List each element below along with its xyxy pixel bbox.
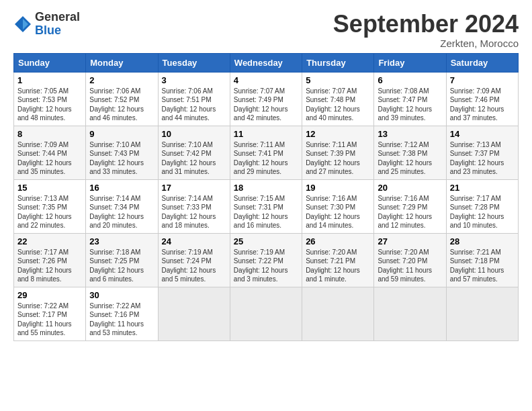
calendar-cell: 28Sunrise: 7:21 AM Sunset: 7:18 PM Dayli… [446, 233, 518, 287]
month-title: September 2024 [333, 11, 519, 38]
calendar-cell: 26Sunrise: 7:20 AM Sunset: 7:21 PM Dayli… [302, 233, 374, 287]
calendar-body: 1Sunrise: 7:05 AM Sunset: 7:53 PM Daylig… [14, 72, 519, 340]
cell-info: Sunrise: 7:07 AM Sunset: 7:49 PM Dayligh… [234, 87, 298, 123]
calendar-cell: 29Sunrise: 7:22 AM Sunset: 7:17 PM Dayli… [14, 287, 86, 340]
day-number: 13 [378, 129, 442, 139]
day-number: 23 [89, 236, 154, 246]
day-number: 20 [378, 183, 442, 193]
weekday-header: Wednesday [230, 53, 302, 72]
day-number: 24 [162, 236, 226, 246]
day-number: 27 [378, 236, 442, 246]
cell-info: Sunrise: 7:06 AM Sunset: 7:52 PM Dayligh… [89, 87, 154, 123]
cell-info: Sunrise: 7:20 AM Sunset: 7:20 PM Dayligh… [378, 248, 442, 284]
calendar-cell: 30Sunrise: 7:22 AM Sunset: 7:16 PM Dayli… [86, 287, 158, 340]
cell-info: Sunrise: 7:05 AM Sunset: 7:53 PM Dayligh… [17, 87, 82, 123]
day-number: 2 [89, 75, 154, 85]
calendar-cell: 5Sunrise: 7:07 AM Sunset: 7:48 PM Daylig… [302, 72, 374, 126]
cell-info: Sunrise: 7:11 AM Sunset: 7:41 PM Dayligh… [234, 140, 298, 177]
cell-info: Sunrise: 7:16 AM Sunset: 7:29 PM Dayligh… [378, 194, 442, 230]
title-area: September 2024 Zerkten, Morocco [333, 11, 519, 49]
calendar-cell: 16Sunrise: 7:14 AM Sunset: 7:34 PM Dayli… [86, 179, 158, 233]
calendar-cell [446, 287, 518, 340]
calendar-cell: 24Sunrise: 7:19 AM Sunset: 7:24 PM Dayli… [158, 233, 230, 287]
calendar-cell: 14Sunrise: 7:13 AM Sunset: 7:37 PM Dayli… [446, 126, 518, 179]
calendar-cell [374, 287, 446, 340]
cell-info: Sunrise: 7:19 AM Sunset: 7:22 PM Dayligh… [234, 248, 298, 284]
calendar-cell: 20Sunrise: 7:16 AM Sunset: 7:29 PM Dayli… [374, 179, 446, 233]
cell-info: Sunrise: 7:09 AM Sunset: 7:46 PM Dayligh… [450, 87, 515, 123]
cell-info: Sunrise: 7:13 AM Sunset: 7:37 PM Dayligh… [450, 140, 515, 177]
cell-info: Sunrise: 7:22 AM Sunset: 7:17 PM Dayligh… [17, 302, 82, 338]
weekday-header: Tuesday [158, 53, 230, 72]
calendar-cell: 22Sunrise: 7:17 AM Sunset: 7:26 PM Dayli… [14, 233, 86, 287]
calendar-cell: 10Sunrise: 7:10 AM Sunset: 7:42 PM Dayli… [158, 126, 230, 179]
logo-blue: Blue [35, 24, 80, 38]
day-number: 7 [450, 75, 515, 85]
day-number: 4 [234, 75, 298, 85]
day-number: 26 [306, 236, 370, 246]
calendar-week-row: 22Sunrise: 7:17 AM Sunset: 7:26 PM Dayli… [14, 233, 519, 287]
calendar-cell: 9Sunrise: 7:10 AM Sunset: 7:43 PM Daylig… [86, 126, 158, 179]
calendar-cell: 15Sunrise: 7:13 AM Sunset: 7:35 PM Dayli… [14, 179, 86, 233]
calendar-cell: 1Sunrise: 7:05 AM Sunset: 7:53 PM Daylig… [14, 72, 86, 126]
weekday-header: Thursday [302, 53, 374, 72]
cell-info: Sunrise: 7:10 AM Sunset: 7:42 PM Dayligh… [162, 140, 226, 177]
cell-info: Sunrise: 7:16 AM Sunset: 7:30 PM Dayligh… [306, 194, 370, 230]
calendar-week-row: 29Sunrise: 7:22 AM Sunset: 7:17 PM Dayli… [14, 287, 519, 340]
calendar-cell: 21Sunrise: 7:17 AM Sunset: 7:28 PM Dayli… [446, 179, 518, 233]
day-number: 22 [17, 236, 82, 246]
day-number: 15 [17, 183, 82, 193]
cell-info: Sunrise: 7:19 AM Sunset: 7:24 PM Dayligh… [162, 248, 226, 284]
calendar-cell: 17Sunrise: 7:14 AM Sunset: 7:33 PM Dayli… [158, 179, 230, 233]
cell-info: Sunrise: 7:15 AM Sunset: 7:31 PM Dayligh… [234, 194, 298, 230]
calendar-table: SundayMondayTuesdayWednesdayThursdayFrid… [13, 53, 519, 341]
calendar-cell: 27Sunrise: 7:20 AM Sunset: 7:20 PM Dayli… [374, 233, 446, 287]
calendar-cell: 18Sunrise: 7:15 AM Sunset: 7:31 PM Dayli… [230, 179, 302, 233]
calendar-cell: 3Sunrise: 7:06 AM Sunset: 7:51 PM Daylig… [158, 72, 230, 126]
calendar-cell: 13Sunrise: 7:12 AM Sunset: 7:38 PM Dayli… [374, 126, 446, 179]
cell-info: Sunrise: 7:17 AM Sunset: 7:26 PM Dayligh… [17, 248, 82, 284]
calendar-cell [158, 287, 230, 340]
cell-info: Sunrise: 7:06 AM Sunset: 7:51 PM Dayligh… [162, 87, 226, 123]
day-number: 11 [234, 129, 298, 139]
cell-info: Sunrise: 7:07 AM Sunset: 7:48 PM Dayligh… [306, 87, 370, 123]
calendar-cell: 2Sunrise: 7:06 AM Sunset: 7:52 PM Daylig… [86, 72, 158, 126]
calendar-cell: 11Sunrise: 7:11 AM Sunset: 7:41 PM Dayli… [230, 126, 302, 179]
weekday-header: Monday [86, 53, 158, 72]
calendar-week-row: 1Sunrise: 7:05 AM Sunset: 7:53 PM Daylig… [14, 72, 519, 126]
day-number: 9 [89, 129, 154, 139]
day-number: 18 [234, 183, 298, 193]
day-number: 3 [162, 75, 226, 85]
logo: General Blue [13, 11, 80, 38]
calendar-cell: 12Sunrise: 7:11 AM Sunset: 7:39 PM Dayli… [302, 126, 374, 179]
calendar-cell: 8Sunrise: 7:09 AM Sunset: 7:44 PM Daylig… [14, 126, 86, 179]
calendar-cell: 25Sunrise: 7:19 AM Sunset: 7:22 PM Dayli… [230, 233, 302, 287]
day-number: 1 [17, 75, 82, 85]
cell-info: Sunrise: 7:08 AM Sunset: 7:47 PM Dayligh… [378, 87, 442, 123]
calendar-week-row: 8Sunrise: 7:09 AM Sunset: 7:44 PM Daylig… [14, 126, 519, 179]
weekday-header: Sunday [14, 53, 86, 72]
day-number: 25 [234, 236, 298, 246]
calendar-cell: 19Sunrise: 7:16 AM Sunset: 7:30 PM Dayli… [302, 179, 374, 233]
day-number: 28 [450, 236, 515, 246]
calendar-cell: 6Sunrise: 7:08 AM Sunset: 7:47 PM Daylig… [374, 72, 446, 126]
cell-info: Sunrise: 7:09 AM Sunset: 7:44 PM Dayligh… [17, 140, 82, 177]
day-number: 10 [162, 129, 226, 139]
day-number: 30 [89, 290, 154, 300]
logo-general: General [35, 11, 80, 24]
day-number: 16 [89, 183, 154, 193]
day-number: 19 [306, 183, 370, 193]
cell-info: Sunrise: 7:14 AM Sunset: 7:34 PM Dayligh… [89, 194, 154, 230]
day-number: 12 [306, 129, 370, 139]
weekday-row: SundayMondayTuesdayWednesdayThursdayFrid… [14, 53, 519, 72]
cell-info: Sunrise: 7:20 AM Sunset: 7:21 PM Dayligh… [306, 248, 370, 284]
calendar-cell: 23Sunrise: 7:18 AM Sunset: 7:25 PM Dayli… [86, 233, 158, 287]
cell-info: Sunrise: 7:14 AM Sunset: 7:33 PM Dayligh… [162, 194, 226, 230]
day-number: 5 [306, 75, 370, 85]
calendar-header: SundayMondayTuesdayWednesdayThursdayFrid… [14, 53, 519, 72]
logo-icon [13, 15, 32, 34]
cell-info: Sunrise: 7:13 AM Sunset: 7:35 PM Dayligh… [17, 194, 82, 230]
header: General Blue September 2024 Zerkten, Mor… [13, 11, 519, 49]
cell-info: Sunrise: 7:10 AM Sunset: 7:43 PM Dayligh… [89, 140, 154, 177]
weekday-header: Saturday [446, 53, 518, 72]
